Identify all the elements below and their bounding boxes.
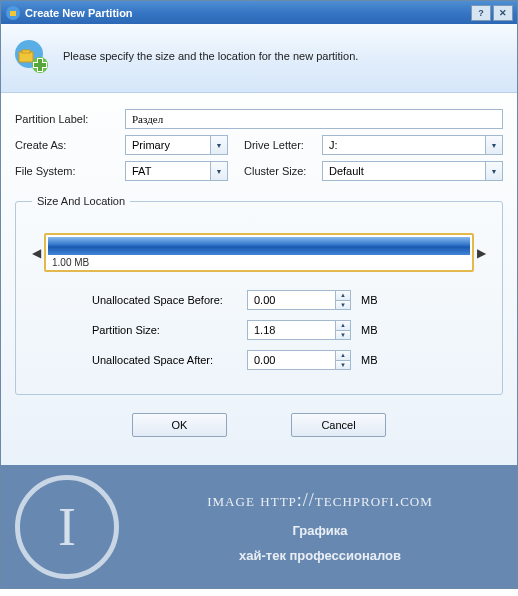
instruction-text: Please specify the size and the location…	[63, 50, 358, 62]
svg-rect-9	[34, 63, 46, 67]
watermark-footer: I image http://techprofi.com Графика хай…	[1, 465, 517, 588]
instruction-header: Please specify the size and the location…	[1, 24, 517, 93]
space-after-spinner[interactable]: ▲▼	[247, 350, 351, 370]
cluster-size-value[interactable]	[322, 161, 485, 181]
slider-handle-right[interactable]: ▶	[477, 246, 486, 260]
space-after-input[interactable]	[247, 350, 335, 370]
chevron-down-icon[interactable]: ▼	[485, 135, 503, 155]
partition-bar	[48, 237, 470, 255]
svg-rect-4	[22, 50, 30, 53]
chevron-down-icon[interactable]: ▼	[485, 161, 503, 181]
size-location-group: Size And Location ◀ 1.00 MB ▶ Unallocate…	[15, 195, 503, 395]
watermark-badge: I	[15, 475, 119, 579]
cancel-button[interactable]: Cancel	[291, 413, 386, 437]
partition-size-label: Partition Size:	[92, 324, 247, 336]
spin-up-icon[interactable]: ▲	[335, 320, 351, 330]
space-after-label: Unallocated Space After:	[92, 354, 247, 366]
partition-size-input[interactable]	[247, 320, 335, 340]
file-system-value[interactable]	[125, 161, 210, 181]
close-button[interactable]: ✕	[493, 5, 513, 21]
spin-down-icon[interactable]: ▼	[335, 360, 351, 371]
spin-up-icon[interactable]: ▲	[335, 350, 351, 360]
file-system-label: File System:	[15, 165, 125, 177]
space-before-spinner[interactable]: ▲▼	[247, 290, 351, 310]
partition-size-spinner[interactable]: ▲▼	[247, 320, 351, 340]
drive-letter-value[interactable]	[322, 135, 485, 155]
space-before-label: Unallocated Space Before:	[92, 294, 247, 306]
watermark-letter: I	[58, 496, 76, 558]
spin-down-icon[interactable]: ▼	[335, 300, 351, 311]
titlebar[interactable]: Create New Partition ? ✕	[1, 1, 517, 24]
chevron-down-icon[interactable]: ▼	[210, 161, 228, 181]
spin-down-icon[interactable]: ▼	[335, 330, 351, 341]
watermark-line3: хай-тек профессионалов	[137, 548, 503, 563]
cluster-size-combo[interactable]: ▼	[322, 161, 503, 181]
svg-rect-1	[10, 11, 16, 16]
cluster-size-label: Cluster Size:	[244, 165, 322, 177]
partition-slider[interactable]: 1.00 MB	[44, 233, 474, 272]
watermark-line2: Графика	[137, 523, 503, 538]
unit-label: MB	[361, 324, 378, 336]
partition-bar-label: 1.00 MB	[48, 255, 470, 268]
space-before-input[interactable]	[247, 290, 335, 310]
unit-label: MB	[361, 294, 378, 306]
drive-letter-combo[interactable]: ▼	[322, 135, 503, 155]
ok-button[interactable]: OK	[132, 413, 227, 437]
partition-header-icon	[13, 38, 49, 74]
app-icon	[5, 5, 21, 21]
drive-letter-label: Drive Letter:	[244, 139, 322, 151]
partition-label-label: Partition Label:	[15, 113, 125, 125]
create-as-value[interactable]	[125, 135, 210, 155]
help-button[interactable]: ?	[471, 5, 491, 21]
slider-handle-left[interactable]: ◀	[32, 246, 41, 260]
create-as-combo[interactable]: ▼	[125, 135, 228, 155]
create-as-label: Create As:	[15, 139, 125, 151]
unit-label: MB	[361, 354, 378, 366]
watermark-url: image http://techprofi.com	[137, 490, 503, 511]
file-system-combo[interactable]: ▼	[125, 161, 228, 181]
chevron-down-icon[interactable]: ▼	[210, 135, 228, 155]
partition-label-input[interactable]	[125, 109, 503, 129]
spin-up-icon[interactable]: ▲	[335, 290, 351, 300]
size-location-legend: Size And Location	[32, 195, 130, 207]
dialog-body: Partition Label: Create As: ▼ Drive Lett…	[1, 93, 517, 465]
window-title: Create New Partition	[25, 7, 133, 19]
